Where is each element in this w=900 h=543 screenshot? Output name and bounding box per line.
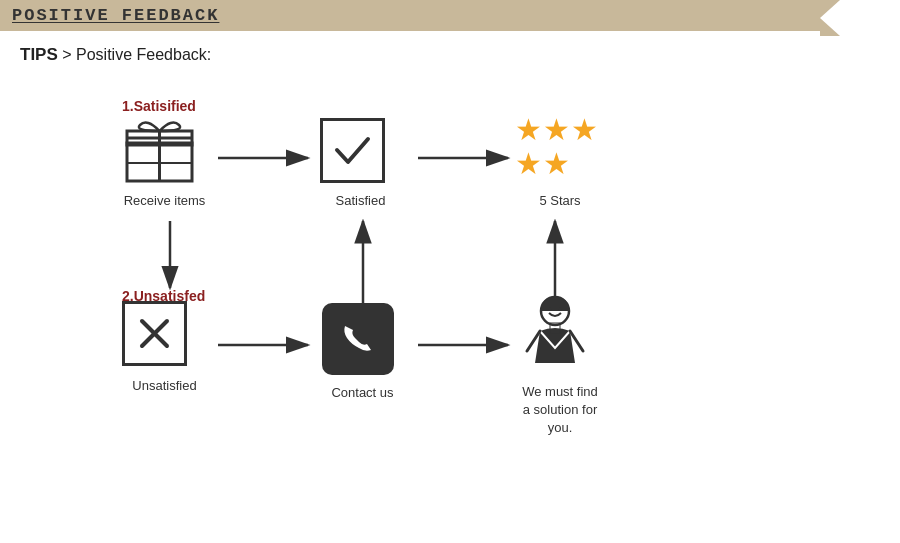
five-stars-label: 5 Stars [515, 193, 605, 208]
star-1: ★ [515, 113, 542, 146]
content-area: 1.Satisified 2.Unsatisfed [0, 73, 900, 483]
tips-line: TIPS > Positive Feedback: [0, 31, 900, 73]
unsatisfied-icon [122, 301, 187, 366]
page: POSITIVE FEEDBACK TIPS > Positive Feedba… [0, 0, 900, 543]
solution-label: We must find a solution for you. [505, 383, 615, 438]
svg-point-18 [559, 308, 562, 311]
header-title: POSITIVE FEEDBACK [12, 6, 219, 25]
tips-arrow: > [62, 46, 71, 63]
flow-diagram: 1.Satisified 2.Unsatisfed [60, 83, 840, 473]
receive-items-icon [122, 113, 197, 192]
five-stars-icon: ★ ★ ★ ★ ★ [515, 113, 605, 180]
solution-person-icon [515, 293, 595, 382]
tips-label: TIPS [20, 45, 58, 64]
star-2: ★ [543, 113, 570, 146]
tips-text: Positive Feedback: [76, 46, 211, 63]
satisfied-icon [320, 118, 385, 183]
svg-point-17 [549, 308, 552, 311]
star-3: ★ [571, 113, 598, 146]
header-banner: POSITIVE FEEDBACK [0, 0, 820, 31]
receive-items-label: Receive items [122, 193, 207, 208]
satisfied-label: Satisfied [318, 193, 403, 208]
star-4: ★ [515, 147, 542, 180]
unsatisfied-label: Unsatisfied [122, 378, 207, 393]
contact-us-icon [322, 303, 394, 375]
contact-us-label: Contact us [315, 385, 410, 400]
star-5: ★ [543, 147, 570, 180]
label-satisfied: 1.Satisified [122, 98, 196, 114]
